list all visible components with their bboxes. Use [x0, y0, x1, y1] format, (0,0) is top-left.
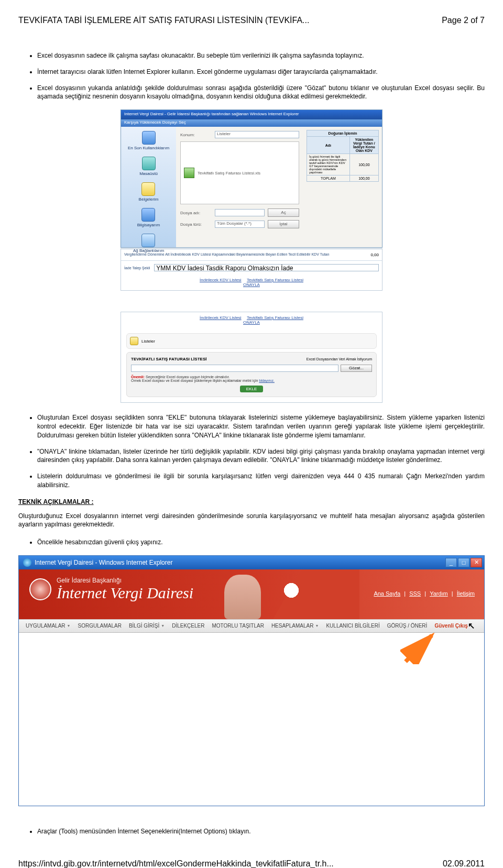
context-value: 0,00 — [347, 252, 379, 257]
chevron-down-icon: ▼ — [161, 624, 165, 628]
section-paragraph: Oluşturduğunuz Excel dosyalarının intern… — [18, 512, 485, 529]
network-icon — [141, 234, 155, 247]
places-label: Masaüstü — [139, 171, 158, 176]
file-list[interactable]: Tevkifatlı Satış Faturası Listesi.xls — [180, 141, 299, 204]
band-title: TEVKİFATLI SATIŞ FATURASI LİSTESİ — [131, 357, 206, 361]
bullet-item: Excel dosyasının yukarıda anlatıldığı şe… — [37, 84, 485, 102]
places-label: Bilgisayarım — [137, 223, 160, 227]
file-path-input[interactable] — [131, 365, 338, 372]
top-bullet-list: Excel dosyasının sadece ilk çalışma sayf… — [18, 51, 485, 101]
warn-line: Örnek Excel dosyası ve Excel dosyası yük… — [131, 379, 259, 382]
warn-line: Seçeceğiniz Excel dosyası uygun biçimde … — [145, 375, 229, 379]
page-number: Page 2 of 7 — [442, 16, 485, 25]
annotation-arrow — [400, 633, 437, 664]
menu-uygulamalar[interactable]: UYGULAMALAR▼ — [22, 621, 74, 631]
menu-dilekceler[interactable]: DİLEKÇELER — [168, 621, 208, 631]
bullet-item: Araçlar (Tools) menüsünden İnternet Seçe… — [37, 827, 485, 836]
bullet-item: "ONAYLA" linkine tıklamadan, listeler üz… — [37, 447, 485, 465]
ie-title: Internet Vergi Dairesi - Gelir İdaresi B… — [121, 110, 382, 119]
table-cell: TOPLAM — [307, 175, 350, 182]
warn-link[interactable]: tıklayınız. — [259, 379, 275, 382]
table-cell: 100,00 — [349, 154, 378, 175]
after-bullet-list: Öncelikle hesabınızdan güvenli çıkış yap… — [18, 538, 485, 547]
link-onayla[interactable]: ONAYLA — [243, 320, 260, 325]
screenshot-upload-panel: İndirilecek KDV Listesi Tevkifatlı Satış… — [121, 312, 382, 403]
footer-date: 02.09.2011 — [443, 859, 485, 868]
iade-select[interactable]: YMM KDV İadesi Tasdik Raporu Olmaksızın … — [154, 264, 379, 271]
places-label: Belgelerim — [139, 197, 159, 202]
site-banner: Gelir İdaresi Başkanlığı İnternet Vergi … — [19, 569, 484, 619]
chevron-down-icon: ▼ — [315, 624, 319, 628]
menu-guvenli-cikis[interactable]: Güvenli Çıkış↖ — [431, 619, 478, 633]
ie-icon — [23, 558, 31, 567]
bullet-item: Listelerin doldurulması ve gönderilmesi … — [37, 472, 485, 490]
gozat-button[interactable]: Gözat... — [341, 365, 372, 372]
bottom-bullet-list: Araçlar (Tools) menüsünden İnternet Seçe… — [18, 827, 485, 836]
menu-gorus[interactable]: GÖRÜŞ / ÖNERİ — [384, 621, 431, 631]
location-field[interactable]: Listeler — [215, 131, 299, 138]
mid-bullet-list: Oluşturulan Excel dosyası seçildikten so… — [18, 413, 485, 490]
filetype-field[interactable]: Tüm Dosyalar (*.*) — [215, 221, 265, 228]
top-link[interactable]: SSS — [409, 590, 421, 597]
top-link[interactable]: Ana Sayfa — [374, 590, 400, 597]
chevron-down-icon: ▼ — [67, 624, 71, 628]
context-left-text: Vergilendirme Dönemine Ait İndirebilecek… — [124, 252, 343, 257]
cursor-icon: ↖ — [468, 621, 475, 631]
filetype-label: Dosya türü: — [180, 222, 212, 227]
table-col: Adı — [307, 137, 350, 154]
dialog-title: Karşıya Yüklenecek Dosyayı Seç — [121, 119, 382, 127]
band-right-text: Excel Dosyasından Veri Almak İstiyorum — [307, 357, 372, 361]
link-tevkifatli[interactable]: Tevkifatlı Satış Faturası Listesi — [247, 278, 303, 282]
maximize-button[interactable]: □ — [458, 558, 469, 567]
logo-small-text: Gelir İdaresi Başkanlığı — [57, 577, 193, 584]
screenshot-ie-window: Internet Vergi Dairesi - Windows Interne… — [18, 555, 485, 806]
ekle-button[interactable]: EKLE — [240, 386, 263, 392]
link-onayla[interactable]: ONAYLA — [243, 282, 260, 287]
svg-line-0 — [406, 635, 432, 662]
recent-icon — [142, 131, 156, 145]
main-menubar: UYGULAMALAR▼ SORGULAMALAR BİLGİ GİRİŞİ▼ … — [19, 619, 484, 633]
menu-motorlu[interactable]: MOTORLU TAŞITLAR — [208, 621, 267, 631]
context-table: Doğuran İşlemin Adı Yüklenilen Vergi Tut… — [307, 130, 379, 182]
table-col: Yüklenilen Vergi Tutarı / İadeye Konu Ol… — [349, 137, 378, 154]
table-cell: İş gücü hizmeti ile ilgili olarak iş güc… — [307, 154, 350, 175]
menu-sorgulamalar[interactable]: SORGULAMALAR — [74, 621, 125, 631]
open-button[interactable]: Aç — [268, 208, 299, 217]
menu-kullanici[interactable]: KULLANICI BİLGİLERİ — [322, 621, 383, 631]
bullet-item: Excel dosyasının sadece ilk çalışma sayf… — [37, 51, 485, 60]
top-links: Ana Sayfa | SSS | Yardım | İletişim — [371, 590, 477, 597]
places-label: En Son Kullandıklarım — [128, 146, 169, 150]
close-button[interactable]: ✕ — [471, 558, 482, 567]
documents-icon — [141, 182, 155, 196]
ie-window-title: Internet Vergi Dairesi - Windows Interne… — [35, 559, 172, 566]
menu-hesaplamalar[interactable]: HESAPLAMALAR▼ — [268, 621, 323, 631]
link-tevkifatli[interactable]: Tevkifatlı Satış Faturası Listesi — [247, 315, 303, 320]
table-head: Doğuran İşlemin — [307, 130, 379, 137]
ie-content-area — [19, 633, 484, 806]
warn-text: Önemli: Seçeceğiniz Excel dosyası uygun … — [131, 375, 372, 382]
minimize-button[interactable]: _ — [445, 558, 457, 567]
section-heading: TEKNİK AÇIKLAMALAR : — [18, 498, 485, 506]
context-row2-label: İade Talep Şekli — [124, 266, 150, 270]
location-label: Konum: — [180, 133, 212, 137]
menu-bilgigirisi[interactable]: BİLGİ GİRİŞİ▼ — [125, 621, 168, 631]
context-panel: Vergilendirme Dönemine Ait İndirebilecek… — [121, 248, 382, 291]
logo-big-text: İnternet Vergi Dairesi — [57, 584, 193, 602]
warn-red: Önemli: — [131, 375, 145, 379]
top-link[interactable]: Yardım — [430, 590, 448, 597]
table-cell: 100,00 — [349, 175, 378, 182]
screenshot-file-dialog: Internet Vergi Dairesi - Gelir İdaresi B… — [121, 109, 382, 248]
site-logo-icon — [29, 578, 51, 600]
cancel-button[interactable]: İptal — [268, 220, 299, 228]
filename-field[interactable] — [215, 209, 265, 216]
file-item[interactable]: Tevkifatlı Satış Faturası Listesi.xls — [198, 171, 260, 175]
desktop-icon — [142, 157, 156, 170]
link-indirilecek[interactable]: İndirilecek KDV Listesi — [200, 278, 242, 282]
top-link[interactable]: İletişim — [457, 590, 475, 597]
list-band: Listeler — [126, 333, 377, 349]
bullet-item: Öncelikle hesabınızdan güvenli çıkış yap… — [37, 538, 485, 547]
link-indirilecek[interactable]: İndirilecek KDV Listesi — [200, 315, 242, 320]
page-header-title: TEVKİFATA TABİ İŞLEMLERE AİT SATIŞ FATUR… — [18, 16, 309, 25]
folder-icon — [130, 337, 138, 345]
bullet-item: İnternet tarayıcısı olarak lütfen Intern… — [37, 68, 485, 76]
